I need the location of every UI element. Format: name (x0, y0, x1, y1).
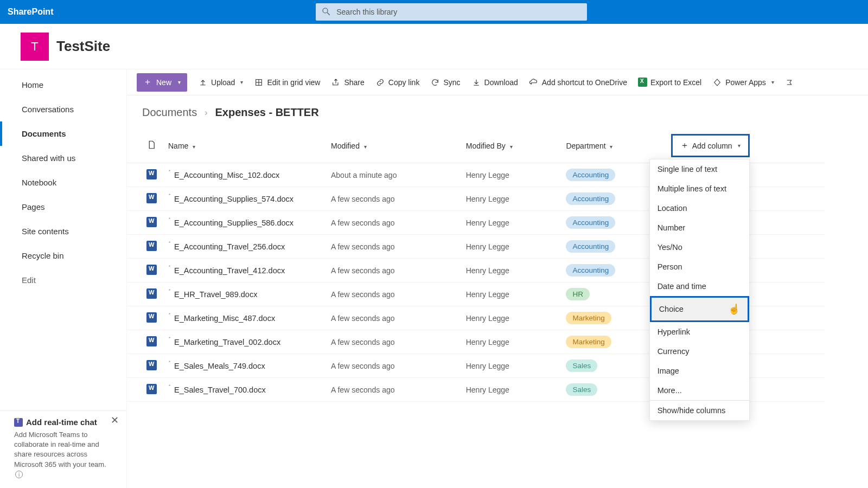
search-input[interactable] (316, 3, 587, 21)
nav-item-site-contents[interactable]: Site contents (0, 219, 126, 243)
nav-edit-link[interactable]: Edit (0, 268, 126, 292)
new-indicator-icon: ⋆ (168, 264, 171, 268)
column-type-option[interactable]: More... (650, 381, 749, 400)
word-icon (146, 265, 157, 275)
chevron-down-icon: ▾ (193, 144, 195, 150)
chevron-down-icon: ▾ (178, 79, 181, 85)
department-pill: HR (566, 288, 590, 300)
download-label: Download (484, 78, 518, 87)
new-button-label: New (156, 78, 171, 87)
new-indicator-icon: ⋆ (168, 383, 171, 388)
new-indicator-icon: ⋆ (168, 359, 171, 364)
suite-bar: SharePoint (0, 0, 868, 24)
add-column-menu: Single line of textMultiple lines of tex… (649, 159, 750, 421)
nav-item-home[interactable]: Home (0, 73, 126, 97)
nav-item-notebook[interactable]: Notebook (0, 170, 126, 195)
column-name-header[interactable]: Name ▾ (164, 129, 327, 163)
column-type-option[interactable]: Hyperlink (650, 322, 749, 342)
chevron-down-icon: ▾ (240, 79, 243, 85)
breadcrumb-root[interactable]: Documents (142, 106, 197, 119)
modified-by-cell[interactable]: Henry Legge (462, 235, 562, 259)
chevron-down-icon: ▾ (364, 144, 367, 150)
show-hide-columns-option[interactable]: Show/hide columns (650, 401, 749, 420)
site-logo[interactable]: T (21, 33, 49, 61)
power-apps-button[interactable]: Power Apps ▾ (712, 78, 774, 87)
new-button[interactable]: ＋ New ▾ (137, 73, 187, 92)
download-button[interactable]: Download (471, 78, 518, 87)
modified-by-cell[interactable]: Henry Legge (462, 378, 562, 402)
app-brand[interactable]: SharePoint (8, 7, 53, 17)
new-indicator-icon: ⋆ (168, 192, 171, 197)
nav-item-shared-with-us[interactable]: Shared with us (0, 146, 126, 170)
breadcrumb: Documents › Expenses - BETTER (127, 95, 868, 129)
file-name[interactable]: E_Accounting_Supplies_574.docx (174, 195, 293, 203)
column-modified-header[interactable]: Modified ▾ (327, 129, 462, 163)
column-type-option[interactable]: Location (650, 198, 749, 218)
sync-icon (430, 78, 440, 87)
search-container (316, 3, 587, 21)
file-name[interactable]: E_Marketing_Misc_487.docx (174, 314, 275, 323)
info-icon[interactable]: i (15, 471, 23, 478)
modified-by-cell[interactable]: Henry Legge (462, 354, 562, 378)
department-pill: Accounting (566, 264, 615, 277)
column-type-option[interactable]: Yes/No (650, 237, 749, 257)
automate-button[interactable] (785, 78, 795, 87)
word-icon (146, 288, 157, 299)
department-pill: Accounting (566, 169, 615, 181)
file-name[interactable]: E_Sales_Travel_700.docx (174, 386, 266, 394)
modified-by-cell[interactable]: Henry Legge (462, 163, 562, 187)
modified-by-cell[interactable]: Henry Legge (462, 330, 562, 354)
file-name[interactable]: E_HR_Travel_989.docx (174, 290, 257, 299)
export-excel-label: Export to Excel (650, 78, 701, 87)
sync-button[interactable]: Sync (430, 78, 460, 87)
power-apps-label: Power Apps (725, 78, 766, 87)
column-type-option[interactable]: Multiple lines of text (650, 179, 749, 198)
modified-cell: A few seconds ago (327, 354, 462, 378)
column-type-option[interactable]: Single line of text (650, 159, 749, 179)
search-icon (321, 7, 331, 16)
nav-item-documents[interactable]: Documents (0, 121, 126, 146)
chat-body-text: Add Microsoft Teams to collaborate in re… (14, 431, 106, 468)
column-type-option[interactable]: Currency (650, 342, 749, 361)
site-title[interactable]: TestSite (56, 38, 110, 55)
onedrive-icon (529, 78, 539, 87)
modified-by-cell[interactable]: Henry Legge (462, 306, 562, 330)
add-column-button[interactable]: ＋ Add column ▾ (671, 134, 750, 157)
file-name[interactable]: E_Marketing_Travel_002.docx (174, 338, 280, 346)
grid-icon (254, 78, 264, 87)
chevron-down-icon: ▾ (510, 144, 513, 150)
file-name[interactable]: E_Accounting_Travel_256.docx (174, 242, 285, 251)
column-type-option[interactable]: Number (650, 218, 749, 237)
file-name[interactable]: E_Accounting_Misc_102.docx (174, 171, 279, 179)
modified-by-cell[interactable]: Henry Legge (462, 282, 562, 306)
file-name[interactable]: E_Accounting_Supplies_586.docx (174, 219, 293, 227)
word-icon (146, 336, 157, 346)
word-icon (146, 312, 157, 323)
command-bar: ＋ New ▾ Upload ▾ Edit in grid view Share… (127, 69, 868, 95)
modified-by-cell[interactable]: Henry Legge (462, 187, 562, 211)
column-department-header[interactable]: Department ▾ (561, 129, 666, 163)
column-type-option[interactable]: Date and time (650, 277, 749, 296)
add-shortcut-button[interactable]: Add shortcut to OneDrive (529, 78, 627, 87)
column-type-option[interactable]: Person (650, 257, 749, 277)
file-name[interactable]: E_Sales_Meals_749.docx (174, 362, 265, 370)
modified-by-cell[interactable]: Henry Legge (462, 259, 562, 282)
modified-by-cell[interactable]: Henry Legge (462, 211, 562, 235)
file-name[interactable]: E_Accounting_Travel_412.docx (174, 266, 285, 275)
column-type-option[interactable]: Image (650, 361, 749, 381)
add-shortcut-label: Add shortcut to OneDrive (542, 78, 627, 87)
plus-icon: ＋ (143, 76, 152, 88)
copy-link-button[interactable]: Copy link (375, 78, 420, 87)
modified-cell: About a minute ago (327, 163, 462, 187)
nav-item-conversations[interactable]: Conversations (0, 97, 126, 121)
edit-grid-button[interactable]: Edit in grid view (254, 78, 320, 87)
upload-button[interactable]: Upload ▾ (198, 78, 243, 87)
column-modified-by-header[interactable]: Modified By ▾ (462, 129, 562, 163)
export-excel-button[interactable]: Export to Excel (638, 78, 701, 87)
nav-item-pages[interactable]: Pages (0, 195, 126, 219)
column-type-option[interactable]: Choice☝ (650, 296, 749, 322)
share-button[interactable]: Share (331, 78, 364, 87)
close-icon[interactable]: ✕ (111, 414, 119, 426)
modified-cell: A few seconds ago (327, 235, 462, 259)
nav-item-recycle-bin[interactable]: Recycle bin (0, 243, 126, 268)
